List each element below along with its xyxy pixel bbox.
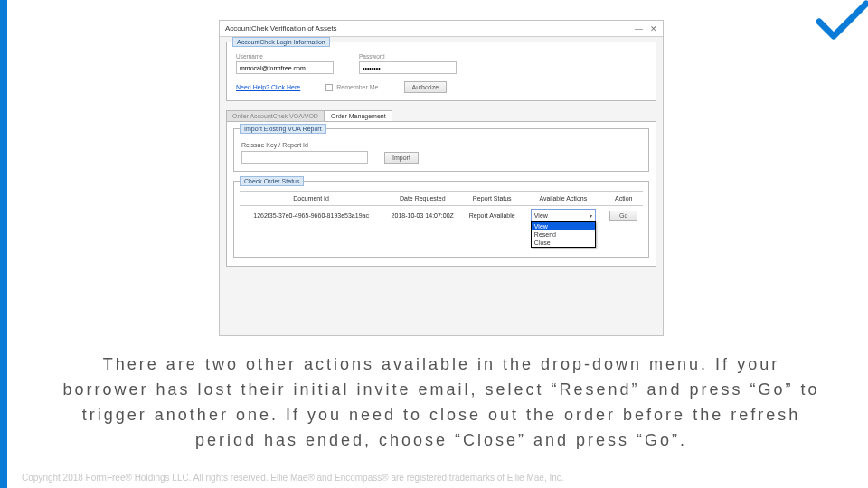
copyright-footer: Copyright 2018 FormFree® Holdings LLC. A… — [22, 473, 564, 483]
col-report-status: Report Status — [462, 192, 522, 206]
orders-table: Document Id Date Requested Report Status… — [240, 191, 643, 224]
help-link[interactable]: Need Help? Click Here — [236, 84, 300, 90]
dropdown-option-resend[interactable]: Resend — [532, 230, 595, 239]
dropdown-option-view[interactable]: View — [532, 222, 595, 230]
cell-document-id: 1262f35-37e0-4965-9660-8193e53a19ac — [240, 206, 382, 225]
reissue-label: Reissue Key / Report Id — [241, 142, 641, 148]
logo-checkmark — [814, 0, 868, 43]
login-group-title: AccountChek Login Information — [232, 37, 330, 47]
import-group: Import Existing VOA Report Reissue Key /… — [233, 128, 649, 172]
table-header-row: Document Id Date Requested Report Status… — [240, 192, 643, 206]
remember-me-label: Remember Me — [336, 84, 378, 90]
reissue-input[interactable] — [241, 151, 368, 164]
import-group-title: Import Existing VOA Report — [240, 124, 326, 134]
username-input[interactable] — [236, 61, 334, 74]
col-action: Action — [604, 192, 643, 206]
slide-caption: There are two other actions available in… — [61, 352, 821, 454]
cell-status: Report Available — [462, 206, 522, 225]
title-bar: AccountChek Verification of Assets — ✕ — [220, 21, 663, 37]
cell-go: Go — [604, 206, 643, 225]
import-button[interactable]: Import — [384, 152, 419, 164]
remember-me-checkbox[interactable]: Remember Me — [326, 84, 378, 91]
cell-date: 2018-10-03 14:07:00Z — [382, 206, 462, 225]
dropdown-list: View Resend Close — [531, 221, 596, 248]
tab-body: Import Existing VOA Report Reissue Key /… — [226, 121, 656, 267]
window-title: AccountChek Verification of Assets — [225, 24, 337, 33]
app-window: AccountChek Verification of Assets — ✕ A… — [219, 20, 664, 336]
dropdown-option-close[interactable]: Close — [532, 239, 595, 247]
order-status-title: Check Order Status — [240, 176, 304, 186]
login-group: AccountChek Login Information Username P… — [226, 42, 656, 101]
table-row: 1262f35-37e0-4965-9660-8193e53a19ac 2018… — [240, 206, 643, 225]
tab-order-voa[interactable]: Order AccountChek VOA/VOD — [226, 110, 325, 121]
order-status-group: Check Order Status Document Id Date Requ… — [233, 181, 649, 258]
tab-strip: Order AccountChek VOA/VOD Order Manageme… — [226, 110, 656, 121]
authorize-button[interactable]: Authorize — [404, 81, 448, 93]
cell-actions: View ▾ View Resend Close — [522, 206, 604, 225]
chevron-down-icon: ▾ — [590, 212, 592, 219]
go-button[interactable]: Go — [609, 211, 637, 221]
tab-order-management[interactable]: Order Management — [325, 110, 392, 121]
dropdown-selected: View — [534, 212, 548, 219]
col-document-id: Document Id — [240, 192, 382, 206]
col-available-actions: Available Actions — [522, 192, 604, 206]
password-label: Password — [359, 53, 457, 60]
minimize-icon[interactable]: — — [635, 24, 643, 33]
actions-dropdown[interactable]: View ▾ — [531, 209, 596, 221]
password-input[interactable] — [359, 61, 457, 74]
close-icon[interactable]: ✕ — [650, 24, 657, 33]
checkbox-icon — [326, 84, 333, 91]
col-date-requested: Date Requested — [382, 192, 462, 206]
username-label: Username — [236, 53, 334, 60]
